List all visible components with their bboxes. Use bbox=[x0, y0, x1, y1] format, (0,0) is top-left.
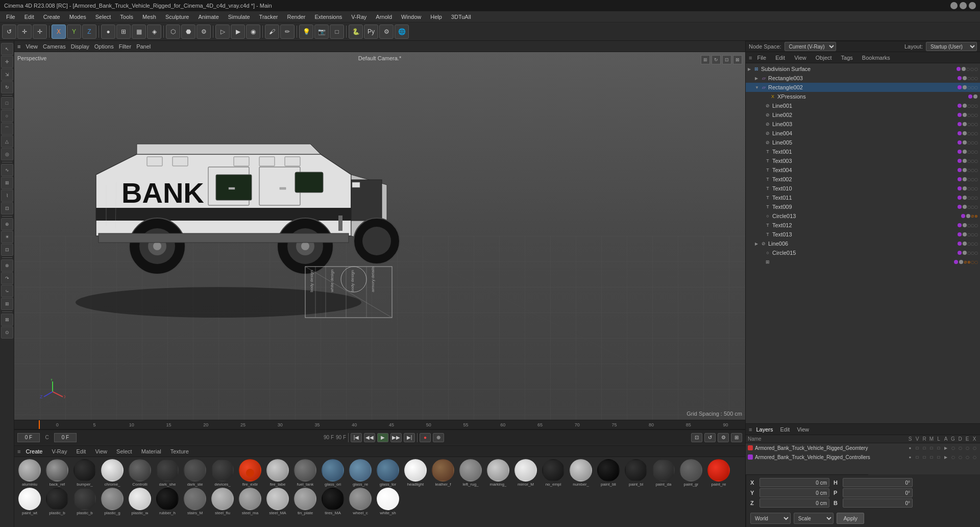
mat-steel_MA[interactable]: steel_MA bbox=[264, 488, 291, 515]
tb-ipr[interactable]: ◉ bbox=[246, 25, 260, 39]
tree-item-text011[interactable]: T Text011 ◌◌◌ bbox=[746, 193, 980, 202]
lp-extrude[interactable]: ⊞ bbox=[1, 177, 13, 189]
tree-item-line001[interactable]: ⊘ Line001 ◌◌◌ bbox=[746, 101, 980, 110]
tree-item-text009[interactable]: T Text009 ◌◌◌ bbox=[746, 202, 980, 211]
tb-edges[interactable]: ⊞ bbox=[116, 25, 131, 39]
vh-view[interactable]: View bbox=[26, 43, 38, 50]
tc-record[interactable]: ● bbox=[420, 433, 431, 442]
tc-jump-end[interactable]: ▶| bbox=[404, 433, 415, 442]
coord-b-input[interactable] bbox=[843, 498, 913, 508]
tb-undo[interactable]: ↺ bbox=[2, 25, 16, 39]
close-button[interactable] bbox=[969, 2, 976, 9]
scale-dropdown[interactable]: Scale bbox=[794, 513, 834, 524]
tb-obj-mode[interactable]: ⬡ bbox=[166, 25, 180, 39]
tb-sculpt[interactable]: ✏ bbox=[280, 25, 295, 39]
tree-item-text012[interactable]: T Text012 ◌◌◌ bbox=[746, 221, 980, 230]
mat-fire_labe[interactable]: fire_labe bbox=[264, 459, 291, 487]
tree-item-text004[interactable]: T Text004 ◌◌◌ bbox=[746, 165, 980, 175]
menu-extensions[interactable]: Extensions bbox=[311, 13, 347, 21]
tb-move[interactable]: ✛ bbox=[33, 25, 47, 39]
menu-help[interactable]: Help bbox=[426, 13, 446, 21]
tb-obj[interactable]: ◈ bbox=[147, 25, 161, 39]
vh-options[interactable]: Options bbox=[94, 43, 114, 50]
mat-plastic_g[interactable]: plastic_g bbox=[99, 488, 126, 515]
world-dropdown[interactable]: World bbox=[750, 513, 791, 524]
lp-move-tool[interactable]: ✛ bbox=[1, 56, 13, 68]
layers-menu[interactable]: ≡ bbox=[749, 426, 752, 433]
vp-nav-3[interactable]: ⊡ bbox=[722, 55, 731, 64]
menu-arnold[interactable]: Arnold bbox=[372, 13, 396, 21]
mat-paint_gr[interactable]: paint_gr bbox=[678, 459, 704, 487]
mat-chrome[interactable]: chrome_ bbox=[99, 459, 126, 487]
lp-loft[interactable]: ⊡ bbox=[1, 202, 13, 214]
mat-back_ref[interactable]: back_ref bbox=[44, 459, 70, 487]
tab-edit[interactable]: Edit bbox=[771, 54, 789, 62]
layout-select[interactable]: Startup (User) bbox=[926, 42, 977, 51]
mb-tab-edit[interactable]: Edit bbox=[72, 447, 90, 456]
lp-rotate-tool[interactable]: ↻ bbox=[1, 81, 13, 93]
coord-x-input[interactable] bbox=[760, 478, 829, 487]
coord-z-input[interactable] bbox=[760, 498, 829, 508]
mat-plastic_b1[interactable]: plastic_b bbox=[44, 488, 70, 515]
mat-paint_da[interactable]: paint_da bbox=[650, 459, 677, 487]
scene-menu[interactable]: ≡ bbox=[749, 55, 752, 61]
tc-options[interactable]: ⚙ bbox=[718, 433, 729, 442]
nodespace-select[interactable]: Current (V-Ray) bbox=[785, 42, 836, 51]
vh-cameras[interactable]: Cameras bbox=[43, 43, 66, 50]
tree-item-line005[interactable]: ⊘ Line005 ◌◌◌ bbox=[746, 138, 980, 147]
mat-no_empl[interactable]: no_empl bbox=[540, 459, 567, 487]
menu-modes[interactable]: Modes bbox=[65, 13, 90, 21]
tree-item-text010[interactable]: T Text010 ◌◌◌ bbox=[746, 184, 980, 193]
tb-texture[interactable]: □ bbox=[330, 25, 344, 39]
tb-poly[interactable]: ▦ bbox=[132, 25, 146, 39]
mat-paint_bli[interactable]: paint_bli bbox=[595, 459, 622, 487]
vp-nav-1[interactable]: ⊞ bbox=[701, 55, 710, 64]
menu-vray[interactable]: V-Ray bbox=[347, 13, 371, 21]
lp-bend[interactable]: ↷ bbox=[1, 272, 13, 284]
layer-row-geom[interactable]: Armored_Bank_Truck_Vehicle_Rigged_Geomte… bbox=[746, 443, 980, 452]
menu-sculpture[interactable]: Sculpture bbox=[161, 13, 193, 21]
mat-mirror[interactable]: mirror_M bbox=[512, 459, 539, 487]
tree-item-text001[interactable]: T Text001 ◌◌◌ bbox=[746, 147, 980, 156]
mat-wheel_c[interactable]: wheel_c bbox=[347, 488, 374, 515]
mat-headlight[interactable]: headlight bbox=[402, 459, 429, 487]
tree-item-line002[interactable]: ⊘ Line002 ◌◌◌ bbox=[746, 110, 980, 119]
mat-controlli[interactable]: Controlli bbox=[127, 459, 153, 487]
layers-tab-view[interactable]: View bbox=[794, 425, 812, 434]
vh-menu[interactable]: ≡ bbox=[17, 43, 20, 50]
mat-rubber_h[interactable]: rubber_h bbox=[154, 488, 181, 515]
menu-mesh[interactable]: Mesh bbox=[138, 13, 160, 21]
lp-select-tool[interactable]: ↖ bbox=[1, 43, 13, 55]
mat-white_sh[interactable]: white_sh bbox=[375, 488, 401, 515]
mat-devices[interactable]: devices_ bbox=[209, 459, 236, 487]
tb-prefs[interactable]: ⚙ bbox=[379, 25, 394, 39]
tree-item-circle015[interactable]: ○ Circle015 ◌◌◌ bbox=[746, 248, 980, 257]
tb-python[interactable]: 🐍 bbox=[349, 25, 363, 39]
tc-play[interactable]: ▶ bbox=[377, 433, 388, 442]
mb-tab-vray[interactable]: V-Ray bbox=[47, 447, 71, 456]
mb-tab-texture[interactable]: Texture bbox=[166, 447, 193, 456]
tb-paint[interactable]: 🖌 bbox=[265, 25, 279, 39]
tree-item-line004[interactable]: ⊘ Line004 ◌◌◌ bbox=[746, 129, 980, 138]
tree-item-text003[interactable]: T Text003 ◌◌◌ bbox=[746, 156, 980, 165]
tree-item-text002[interactable]: T Text002 ◌◌◌ bbox=[746, 175, 980, 184]
lp-sphere[interactable]: ○ bbox=[1, 110, 13, 122]
tb-mode-z[interactable]: Z bbox=[82, 25, 96, 39]
tc-autokey[interactable]: ⊕ bbox=[433, 433, 444, 442]
tb-mode-y[interactable]: Y bbox=[67, 25, 81, 39]
mat-tires_MA[interactable]: tires_MA bbox=[320, 488, 346, 515]
tb-light[interactable]: 💡 bbox=[299, 25, 313, 39]
mat-left_rug[interactable]: left_rug_ bbox=[457, 459, 484, 487]
menu-3dtuall[interactable]: 3DTuAll bbox=[447, 13, 475, 21]
mat-stairs_m[interactable]: stairs_M bbox=[182, 488, 208, 515]
vh-display[interactable]: Display bbox=[71, 43, 89, 50]
mat-bumper[interactable]: bumper_ bbox=[71, 459, 98, 487]
tree-item-rect003[interactable]: ▶ ▱ Rectangle003 ◌◌◌ bbox=[746, 74, 980, 83]
menu-tools[interactable]: Tools bbox=[116, 13, 137, 21]
mb-menu[interactable]: ≡ bbox=[17, 448, 20, 454]
tab-object[interactable]: Object bbox=[812, 54, 836, 62]
tree-item-xpressions[interactable]: X XPressions bbox=[746, 92, 980, 101]
mat-dark_she[interactable]: dark_she bbox=[154, 459, 181, 487]
vp-nav-2[interactable]: ↻ bbox=[712, 55, 721, 64]
tree-item-circle013[interactable]: ○ Circle013 ⊘ ⊗ bbox=[746, 211, 980, 221]
